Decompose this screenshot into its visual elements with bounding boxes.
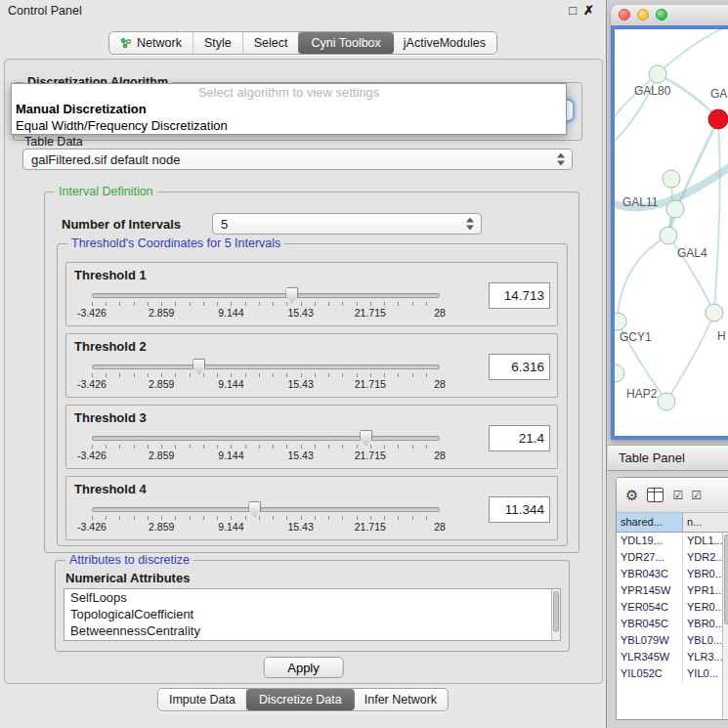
scrollbar-thumb[interactable] (724, 535, 728, 624)
node-label: GAL11 (622, 195, 659, 209)
network-window-titlebar (611, 5, 728, 26)
node-label: H (717, 329, 726, 343)
table-row[interactable]: YIL052CYIL0... (617, 665, 722, 682)
cell-name: YDR2... (683, 549, 722, 566)
list-scrollbar[interactable] (551, 589, 560, 640)
tab-jactivemodules[interactable]: jActiveModules (393, 32, 496, 54)
network-node[interactable] (649, 65, 666, 83)
table-row[interactable]: YBR045CYBR0... (617, 616, 722, 632)
threshold-slider[interactable]: -3.4262.8599.14415.4321.71528 (92, 286, 440, 323)
tab-impute-data[interactable]: Impute Data (158, 689, 247, 710)
tab-style[interactable]: Style (193, 32, 243, 54)
tab-select[interactable]: Select (243, 32, 300, 54)
algorithm-dropdown-popup: Select algorithm to view settings Manual… (11, 83, 567, 135)
network-icon (120, 37, 132, 49)
table-row[interactable]: YLR345WYLR3... (617, 649, 722, 665)
threshold-value-field[interactable]: 21.4 (489, 425, 550, 451)
network-edge[interactable] (658, 29, 728, 74)
attributes-listbox: SelfLoopsTopologicalCoefficientBetweenne… (64, 588, 561, 641)
cell-name: YLR3... (683, 649, 722, 665)
cell-shared-name: YDR27... (617, 549, 683, 566)
slider-scale: -3.4262.8599.14415.4321.71528 (92, 450, 440, 461)
close-window-icon[interactable]: ✗ (583, 3, 594, 18)
zoom-traffic-light-icon[interactable] (656, 9, 667, 21)
network-node[interactable] (706, 304, 723, 321)
list-item[interactable]: TopologicalCoefficient (64, 606, 560, 622)
scale-tick-label: 15.43 (287, 378, 313, 390)
column-header-shared-name[interactable]: shared... (617, 513, 683, 532)
scale-tick-label: 9.144 (218, 378, 243, 390)
minimize-traffic-light-icon[interactable] (637, 9, 649, 21)
list-item[interactable]: BetweennessCentrality (64, 622, 560, 639)
scale-tick-label: 2.859 (149, 521, 174, 533)
tab-network[interactable]: Network (109, 32, 193, 54)
close-traffic-light-icon[interactable] (619, 9, 630, 21)
float-window-icon[interactable]: □ (569, 3, 577, 18)
gear-icon[interactable]: ⚙ (625, 488, 638, 502)
network-edge[interactable] (618, 236, 668, 321)
columns-icon[interactable] (647, 488, 664, 502)
cell-shared-name: YER054C (617, 599, 683, 616)
algorithm-option[interactable]: Equal Width/Frequency Discretization (12, 117, 566, 134)
network-node[interactable] (663, 170, 680, 188)
table-row[interactable]: YDL19...YDL1... (617, 533, 722, 549)
tab-cyni-toolbox[interactable]: Cyni Toolbox (298, 32, 393, 54)
table-row[interactable]: YBL079WYBL0... (617, 632, 722, 649)
checkbox-icon[interactable]: ☑ (691, 490, 701, 501)
threshold-value-field[interactable]: 6.316 (489, 354, 550, 380)
threshold-panel: Threshold 4-3.4262.8599.14415.4321.71528… (65, 476, 558, 540)
network-node[interactable] (615, 313, 626, 330)
slider-track[interactable] (92, 293, 440, 298)
threshold-slider[interactable]: -3.4262.8599.14415.4321.71528 (92, 429, 440, 466)
scrollbar-thumb[interactable] (553, 591, 559, 632)
threshold-panel: Threshold 1-3.4262.8599.14415.4321.71528… (65, 262, 558, 326)
network-edge[interactable] (714, 119, 720, 313)
node-label: HAP2 (626, 387, 658, 401)
slider-thumb[interactable] (248, 501, 261, 517)
cell-name: YPR1... (683, 582, 722, 599)
network-node[interactable] (660, 227, 677, 244)
threshold-value-field[interactable]: 11.344 (489, 496, 550, 523)
apply-button[interactable]: Apply (263, 657, 344, 678)
tab-discretize-data[interactable]: Discretize Data (246, 689, 355, 710)
network-edge[interactable] (666, 313, 714, 402)
scale-tick-label: 21.715 (355, 521, 386, 533)
number-of-intervals-combobox[interactable]: 5 (212, 213, 482, 235)
checkbox-icon[interactable]: ☑ (672, 490, 682, 501)
table-panel-header: Table Panel (608, 445, 728, 471)
list-item[interactable]: SelfLoops (64, 589, 560, 606)
tab-infer-network[interactable]: Infer Network (354, 689, 448, 710)
algorithm-option[interactable]: Manual Discretization (12, 101, 566, 117)
table-header-row: shared... n... (617, 513, 728, 533)
tab-label: jActiveModules (404, 36, 486, 50)
table-row[interactable]: YBR043CYBR0... (617, 566, 722, 582)
column-header-name[interactable]: n... (683, 513, 728, 532)
slider-track[interactable] (92, 507, 440, 512)
table-panel-window: ⚙ ☑ ☑ shared... n... YDL19...YDL1...YDR2… (616, 477, 728, 720)
table-data-combobox[interactable]: galFiltered.sif default node (22, 149, 573, 170)
cell-shared-name: YBR043C (617, 566, 683, 582)
slider-track[interactable] (92, 436, 440, 441)
table-scrollbar[interactable] (722, 533, 728, 719)
network-node[interactable] (708, 109, 728, 129)
slider-ticks (92, 373, 440, 377)
tab-label: Network (137, 36, 182, 50)
network-node[interactable] (658, 393, 675, 410)
threshold-slider[interactable]: -3.4262.8599.14415.4321.71528 (92, 500, 440, 537)
slider-thumb[interactable] (193, 359, 205, 374)
network-canvas[interactable]: GAL80GAGAL11GAL4HGCY1HAP2 (615, 29, 728, 436)
threshold-slider[interactable]: -3.4262.8599.14415.4321.71528 (92, 358, 440, 395)
slider-scale: -3.4262.8599.14415.4321.71528 (92, 521, 440, 533)
table-row[interactable]: YER054CYER0... (617, 599, 722, 616)
table-row[interactable]: YDR27...YDR2... (617, 549, 722, 566)
threshold-value-field[interactable]: 14.713 (489, 282, 550, 309)
table-row[interactable]: YPR145WYPR1... (617, 582, 722, 599)
slider-track[interactable] (92, 364, 440, 369)
network-node[interactable] (615, 364, 624, 382)
node-label: GAL80 (634, 84, 671, 98)
tab-label: Style (204, 36, 232, 50)
tab-label: Cyni Toolbox (311, 36, 380, 50)
slider-thumb[interactable] (285, 287, 298, 303)
slider-thumb[interactable] (360, 430, 372, 446)
network-node[interactable] (666, 200, 684, 218)
